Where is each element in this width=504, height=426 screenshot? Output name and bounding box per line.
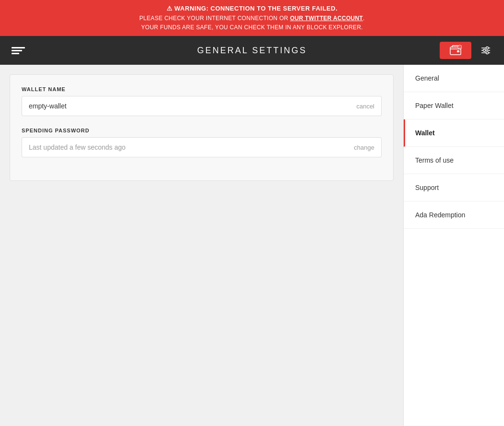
warning-line2: PLEASE CHECK YOUR INTERNET CONNECTION OR… xyxy=(10,14,494,23)
sidebar-link-support[interactable]: Support xyxy=(404,174,504,201)
top-nav: GENERAL SETTINGS ? xyxy=(0,36,504,65)
settings-nav-button[interactable] xyxy=(475,40,496,61)
layer-1 xyxy=(12,47,25,48)
svg-text:?: ? xyxy=(459,46,461,49)
sidebar-nav: GeneralPaper WalletWalletTerms of useSup… xyxy=(404,65,504,229)
warning-line2-prefix: PLEASE CHECK YOUR INTERNET CONNECTION OR xyxy=(139,15,290,22)
twitter-link[interactable]: OUR TWITTER ACCOUNT xyxy=(290,15,363,22)
wallet-nav-button[interactable]: ? xyxy=(440,42,471,59)
sidebar-link-wallet[interactable]: Wallet xyxy=(405,119,504,146)
wallet-icon: ? xyxy=(449,44,462,57)
spending-password-label: SPENDING PASSWORD xyxy=(22,128,382,133)
main-layout: WALLET NAME cancel SPENDING PASSWORD Las… xyxy=(0,65,504,426)
sidebar-item-general[interactable]: General xyxy=(404,65,504,92)
cancel-button[interactable]: cancel xyxy=(349,97,381,116)
wallet-name-input-wrapper: cancel xyxy=(22,96,382,116)
sidebar-link-paper-wallet[interactable]: Paper Wallet xyxy=(404,92,504,119)
layer-3 xyxy=(12,53,19,54)
sidebar-item-wallet[interactable]: Wallet xyxy=(404,119,504,147)
warning-line3: YOUR FUNDS ARE SAFE, YOU CAN CHECK THEM … xyxy=(10,23,494,32)
layer-2 xyxy=(12,50,22,51)
sidebar-item-terms-of-use[interactable]: Terms of use xyxy=(404,147,504,174)
sidebar-link-ada-redemption[interactable]: Ada Redemption xyxy=(404,201,504,228)
change-password-button[interactable]: change xyxy=(347,138,381,157)
sidebar-link-terms-of-use[interactable]: Terms of use xyxy=(404,147,504,174)
svg-point-8 xyxy=(483,49,486,52)
sidebar-item-ada-redemption[interactable]: Ada Redemption xyxy=(404,201,504,229)
spending-password-status: Last updated a few seconds ago xyxy=(22,138,347,157)
sidebar: GeneralPaper WalletWalletTerms of useSup… xyxy=(403,65,504,426)
spending-password-wrapper: Last updated a few seconds ago change xyxy=(22,137,382,157)
warning-banner: ⚠ WARNING: CONNECTION TO THE SERVER FAIL… xyxy=(0,0,504,36)
spending-password-group: SPENDING PASSWORD Last updated a few sec… xyxy=(22,128,382,157)
wallet-name-label: WALLET NAME xyxy=(22,86,382,92)
svg-point-9 xyxy=(486,52,489,54)
sidebar-item-paper-wallet[interactable]: Paper Wallet xyxy=(404,92,504,119)
warning-line1: ⚠ WARNING: CONNECTION TO THE SERVER FAIL… xyxy=(10,4,494,14)
svg-point-7 xyxy=(486,47,489,49)
nav-right: ? xyxy=(440,40,496,61)
content-area: WALLET NAME cancel SPENDING PASSWORD Las… xyxy=(0,65,403,426)
sliders-icon xyxy=(480,44,492,57)
sidebar-item-support[interactable]: Support xyxy=(404,174,504,201)
page-title: GENERAL SETTINGS xyxy=(197,46,307,56)
layers-icon xyxy=(12,47,25,54)
warning-line2-suffix: . xyxy=(363,15,365,22)
wallet-name-input[interactable] xyxy=(22,96,349,116)
nav-left xyxy=(8,40,29,61)
settings-card: WALLET NAME cancel SPENDING PASSWORD Las… xyxy=(10,74,394,181)
wallet-name-group: WALLET NAME cancel xyxy=(22,86,382,116)
svg-rect-1 xyxy=(457,50,459,52)
nav-logo[interactable] xyxy=(8,40,29,61)
sidebar-link-general[interactable]: General xyxy=(404,65,504,92)
